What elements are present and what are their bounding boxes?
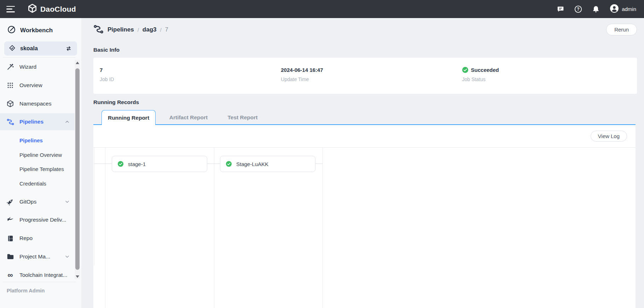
sidebar-item-label: Pipelines (19, 119, 43, 125)
sidebar-item-repo[interactable]: </> Repo (0, 230, 75, 247)
sidebar-item-toolchain-integration[interactable]: ∞ Toolchain Integrat... (0, 267, 75, 284)
scroll-up-icon[interactable] (75, 60, 80, 65)
pipelines-icon (93, 24, 104, 36)
canvas-grid-line (94, 148, 94, 265)
sidebar-item-wizard[interactable]: Wizard (0, 58, 75, 75)
update-time-label: Update Time (281, 76, 456, 82)
workbench-label: Workbench (20, 27, 53, 34)
sidebar-item-label: Project Ma... (19, 253, 50, 260)
sidebar-item-progressive-delivery[interactable]: Progressive Deliv... (0, 211, 75, 228)
update-time-value: 2024-06-14 16:47 (281, 66, 456, 73)
stage-node-stage-1[interactable]: stage-1 (112, 156, 207, 172)
svg-text:</>: </> (9, 238, 12, 240)
success-check-icon (462, 67, 468, 73)
sidebar-item-pipelines[interactable]: Pipelines (0, 113, 75, 130)
username: admin (622, 6, 636, 12)
rerun-button[interactable]: Rerun (606, 24, 637, 35)
bird-icon (6, 216, 14, 224)
dag-edge (315, 164, 323, 164)
tab-test-report[interactable]: Test Report (228, 110, 258, 125)
sidebar-scrollbar[interactable] (75, 60, 80, 279)
scrollbar-thumb[interactable] (75, 68, 80, 270)
sidebar-subitem-pipeline-overview[interactable]: Pipeline Overview (0, 148, 75, 162)
job-id-label: Job ID (100, 76, 274, 82)
sidebar-subitem-label: Credentials (19, 181, 46, 187)
report-tabs: Running Report Artifact Report Test Repo… (93, 110, 636, 125)
breadcrumb: Pipelines / dag3 / 7 (93, 23, 168, 36)
help-icon[interactable]: ? (574, 5, 582, 13)
sidebar-divider (3, 282, 76, 282)
scroll-down-icon[interactable] (75, 274, 80, 279)
sidebar-item-label: Toolchain Integrat... (19, 272, 67, 278)
dag-edge (207, 164, 220, 164)
sidebar-divider (3, 57, 76, 58)
brand-name: DaoCloud (40, 5, 76, 13)
sidebar-subitem-pipelines[interactable]: Pipelines (0, 133, 75, 147)
dag-edge (94, 164, 112, 164)
pipeline-dag-canvas[interactable]: stage-1 Stage-LuAKK (93, 147, 636, 308)
basic-info-card: 7 Job ID 2024-06-14 16:47 Update Time Su… (93, 58, 637, 94)
topbar: DaoCloud ? admin (0, 0, 644, 18)
tab-running-report[interactable]: Running Report (101, 110, 156, 125)
folder-icon (6, 253, 14, 261)
breadcrumb-current: 7 (165, 27, 168, 33)
basic-info-title: Basic Info (93, 47, 120, 53)
job-status-label: Job Status (462, 76, 637, 82)
sidebar-item-project-management[interactable]: Project Ma... (0, 248, 75, 265)
sidebar-item-label: GitOps (19, 199, 36, 205)
job-status-value: Succeeded (471, 67, 499, 73)
stage-node-stage-luakk[interactable]: Stage-LuAKK (220, 156, 315, 172)
avatar (610, 4, 619, 15)
success-check-icon (226, 161, 232, 167)
sidebar-item-label: Progressive Deliv... (19, 217, 66, 223)
sidebar-item-overview[interactable]: Overview (0, 77, 75, 94)
sidebar-section-platform-admin: Platform Admin (7, 288, 45, 293)
workspace-icon (8, 44, 16, 53)
stage-name: Stage-LuAKK (236, 161, 268, 167)
sidebar-item-workbench[interactable]: Workbench (0, 18, 81, 41)
breadcrumb-dag3[interactable]: dag3 (143, 26, 157, 33)
sidebar-item-gitops[interactable]: GitOps (0, 193, 75, 210)
pipelines-icon (6, 118, 14, 126)
running-report-panel: View Log stage-1 Stage-LuAKK (93, 125, 636, 308)
job-id-field: 7 Job ID (93, 58, 274, 94)
stage-name: stage-1 (128, 161, 146, 167)
repo-book-icon: </> (6, 235, 14, 242)
workspace-name: skoala (20, 45, 38, 52)
svg-text:?: ? (577, 7, 580, 12)
gitops-rocket-icon (6, 198, 14, 206)
sidebar-item-label: Overview (19, 82, 42, 89)
sidebar-subitem-label: Pipeline Templates (19, 166, 64, 172)
overview-grid-icon (6, 82, 14, 89)
user-menu[interactable]: admin (610, 4, 636, 15)
sidebar-subitem-pipeline-templates[interactable]: Pipeline Templates (0, 162, 75, 176)
daocloud-cube-icon (28, 4, 37, 15)
brand-logo[interactable]: DaoCloud (28, 4, 76, 15)
messages-icon[interactable] (557, 5, 564, 13)
sidebar-subitem-label: Pipeline Overview (19, 152, 62, 158)
notifications-bell-icon[interactable] (592, 5, 600, 13)
sidebar-subitem-credentials[interactable]: Credentials (0, 176, 75, 190)
sidebar-item-namespaces[interactable]: Namespaces (0, 95, 75, 112)
main-content: Pipelines / dag3 / 7 Rerun Basic Info 7 … (81, 18, 644, 308)
job-id-value: 7 (100, 66, 274, 73)
running-records-title: Running Records (93, 99, 139, 105)
canvas-grid-line (214, 148, 214, 308)
namespaces-cube-icon (6, 100, 14, 108)
tab-artifact-report[interactable]: Artifact Report (169, 110, 208, 125)
breadcrumb-pipelines[interactable]: Pipelines (108, 26, 134, 33)
workspace-selector[interactable]: skoala (4, 41, 77, 56)
job-status-field: Succeeded Job Status (456, 58, 637, 94)
update-time-field: 2024-06-14 16:47 Update Time (274, 58, 456, 94)
sidebar-subitem-label: Pipelines (19, 137, 43, 143)
menu-toggle-icon[interactable] (6, 6, 15, 12)
sidebar-item-admin-view[interactable]: Admin View ↗ (0, 303, 75, 308)
view-log-button[interactable]: View Log (591, 131, 627, 142)
wizard-wand-icon (6, 63, 14, 71)
sidebar-item-label: Repo (19, 235, 33, 241)
switch-workspace-icon[interactable] (65, 45, 72, 52)
sidebar-item-label: Namespaces (19, 101, 51, 107)
sidebar-item-label: Wizard (19, 64, 36, 70)
chevron-up-icon (64, 119, 70, 125)
breadcrumb-separator: / (160, 27, 162, 33)
